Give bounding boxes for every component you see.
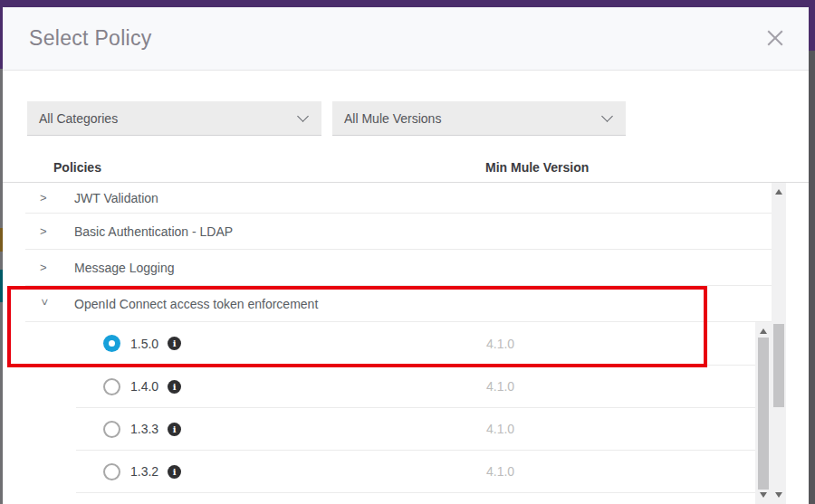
chevron-right-icon: > [40,192,50,204]
policy-row-jwt-validation[interactable]: > JWT Validation [25,183,772,214]
outer-list-scrollbar[interactable] [772,183,786,504]
policy-row-basic-authentication-ldap[interactable]: > Basic Authentication - LDAP [25,214,772,250]
modal-header: Select Policy [3,7,809,71]
inner-scrollbar-thumb[interactable] [758,338,769,490]
mule-versions-dropdown-value: All Mule Versions [344,111,441,126]
info-icon[interactable]: i [168,423,181,436]
min-mule-version-value: 4.1.0 [486,337,514,351]
outer-scrollbar-thumb[interactable] [773,324,784,407]
version-row-1-3-2[interactable]: 1.3.2 i 4.1.0 [76,451,755,493]
chevron-right-icon: > [40,262,50,273]
column-header-policies: Policies [53,160,101,175]
radio-button-selected[interactable] [103,335,120,352]
version-row-1-5-0[interactable]: 1.5.0 i 4.1.0 [76,322,755,366]
policy-row-label: Basic Authentication - LDAP [74,224,233,239]
policy-list: > JWT Validation > Basic Authentication … [3,183,809,504]
chevron-down-icon: > [39,299,51,309]
radio-button[interactable] [103,421,120,438]
radio-button[interactable] [103,378,120,395]
close-button[interactable] [763,26,787,50]
filter-bar: All Categories All Mule Versions [27,101,809,136]
column-header-min-mule-version: Min Mule Version [485,160,589,175]
categories-dropdown[interactable]: All Categories [27,101,321,136]
version-label: 1.4.0 [130,379,158,394]
select-policy-modal: Select Policy All Categories All Mule Ve… [3,7,809,504]
info-icon[interactable]: i [168,465,181,479]
background-right-edge [809,0,815,504]
policy-row-label: JWT Validation [74,191,158,205]
policy-row-openid-connect[interactable]: > OpenId Connect access token enforcemen… [25,286,772,322]
min-mule-version-value: 4.1.0 [486,379,514,394]
scroll-down-icon[interactable] [760,492,767,498]
page-title: Select Policy [29,26,152,51]
policy-row-message-logging[interactable]: > Message Logging [25,250,772,286]
min-mule-version-value: 4.1.0 [486,422,514,436]
scroll-up-icon[interactable] [760,328,767,334]
info-icon[interactable]: i [168,380,181,394]
background-app-topbar [0,0,815,7]
categories-dropdown-value: All Categories [39,111,118,126]
scroll-down-icon[interactable] [775,492,782,498]
info-icon[interactable]: i [168,337,181,350]
policy-row-label: Message Logging [74,261,175,275]
chevron-down-icon [297,110,309,122]
right-edge-purple-segment [809,0,815,51]
chevron-right-icon: > [40,225,50,237]
version-label: 1.5.0 [130,337,158,351]
inner-version-scrollbar[interactable] [755,322,772,504]
min-mule-version-value: 4.1.0 [486,464,514,479]
chevron-down-icon [601,110,613,122]
scroll-up-icon[interactable] [775,189,782,195]
mule-versions-dropdown[interactable]: All Mule Versions [332,101,626,136]
version-label: 1.3.3 [130,422,158,436]
version-row-1-4-0[interactable]: 1.4.0 i 4.1.0 [76,366,755,408]
version-label: 1.3.2 [130,464,158,479]
page: Select Policy All Categories All Mule Ve… [0,0,815,504]
version-row-1-3-3[interactable]: 1.3.3 i 4.1.0 [76,408,755,451]
policy-row-label: OpenId Connect access token enforcement [74,297,318,311]
radio-button[interactable] [103,463,120,480]
table-column-headers: Policies Min Mule Version [3,136,809,183]
close-icon [763,26,787,50]
